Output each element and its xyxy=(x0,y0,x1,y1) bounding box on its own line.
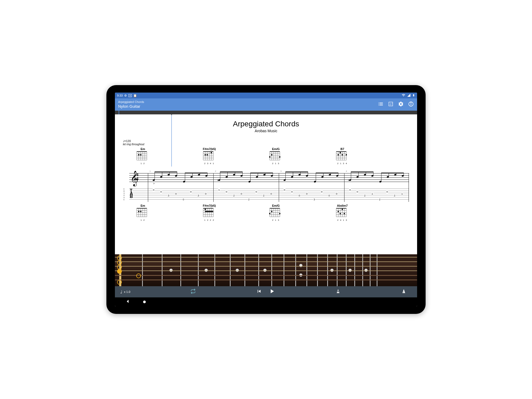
android-status-bar: 9:33 ⚙ A 📋 xyxy=(115,93,417,98)
countdown-icon[interactable]: 1 xyxy=(401,289,406,295)
svg-point-176 xyxy=(271,211,272,212)
barline xyxy=(148,173,148,202)
svg-rect-127 xyxy=(351,172,373,172)
open-string-ring xyxy=(117,265,122,269)
open-string-ring xyxy=(117,280,122,285)
svg-rect-162 xyxy=(205,211,213,212)
svg-rect-71 xyxy=(155,172,177,172)
metronome-icon[interactable] xyxy=(335,289,341,295)
battery-icon xyxy=(412,93,415,98)
svg-point-46 xyxy=(271,154,272,156)
open-string-ring xyxy=(117,260,122,265)
play-icon[interactable] xyxy=(268,288,275,296)
svg-rect-109 xyxy=(285,172,308,172)
svg-text:1: 1 xyxy=(403,291,404,293)
progress-handle[interactable] xyxy=(119,111,119,114)
fretboard-view[interactable] xyxy=(115,254,417,286)
svg-point-47 xyxy=(279,156,281,158)
svg-point-190 xyxy=(340,213,341,214)
tempo-marking: ♩=120 let ring throughout xyxy=(123,139,409,146)
chord-diagram: B7 2 1 3 4 xyxy=(336,147,349,165)
chord-diagram: Em 1 2 xyxy=(136,204,149,221)
playback-toolbar: ♩ x 1.0 1 xyxy=(115,286,417,297)
clock: 9:33 xyxy=(117,94,123,97)
svg-point-16 xyxy=(138,154,139,156)
text-icon: A xyxy=(128,94,131,97)
gear-icon: ⚙ xyxy=(124,94,127,97)
prev-icon[interactable] xyxy=(256,288,262,295)
song-title-small: Arpeggiated Chords xyxy=(118,100,144,104)
tempo-icon[interactable]: ♩ xyxy=(120,289,122,294)
app-toolbar: Arpeggiated Chords Nylon Guitar C⁷ xyxy=(115,98,417,111)
score-composer: Arobas Music xyxy=(123,129,409,133)
string-tuning-labels: EBGDAE xyxy=(123,188,125,201)
home-icon[interactable] xyxy=(143,301,146,303)
chord-diagram: Abdim7 2 4 1 3 xyxy=(336,204,349,221)
svg-point-33 xyxy=(211,152,212,153)
svg-point-61 xyxy=(342,154,343,156)
app-screen: 9:33 ⚙ A 📋 Arpeggiated Chords xyxy=(115,93,417,306)
clipboard-icon: 📋 xyxy=(133,94,137,97)
svg-point-62 xyxy=(346,154,347,156)
speed-label[interactable]: x 1.0 xyxy=(124,290,130,293)
chord-diagram: F#m7(b5) 1 2 2 2 xyxy=(203,204,216,221)
open-string-ring xyxy=(136,273,141,278)
loop-icon[interactable] xyxy=(190,289,196,295)
song-progress-bar[interactable] xyxy=(115,111,417,114)
score-title: Arpeggiated Chords xyxy=(123,120,409,128)
staff-lines xyxy=(129,173,409,184)
staff-system[interactable]: 𝄞 4 4 EBGDAE TAB xyxy=(123,168,409,202)
active-note-dot xyxy=(117,269,122,274)
svg-text:×: × xyxy=(205,151,206,151)
settings-icon[interactable] xyxy=(398,101,404,108)
signal-icon xyxy=(407,93,411,98)
svg-point-59 xyxy=(338,154,339,156)
svg-point-45 xyxy=(269,156,271,158)
barline xyxy=(344,173,344,202)
tablet-frame: 9:33 ⚙ A 📋 Arpeggiated Chords xyxy=(106,85,426,314)
svg-point-4 xyxy=(411,103,411,103)
wifi-icon xyxy=(402,93,405,98)
open-string-ring xyxy=(117,256,122,260)
tab-label: TAB xyxy=(130,189,132,198)
svg-point-31 xyxy=(205,154,206,156)
svg-text:C⁷: C⁷ xyxy=(390,103,393,106)
svg-point-150 xyxy=(140,211,142,212)
svg-point-192 xyxy=(344,213,345,214)
svg-point-17 xyxy=(140,154,142,156)
barline xyxy=(279,173,279,202)
chord-diagram: Em 1 2 xyxy=(136,147,149,165)
barline xyxy=(409,173,409,202)
track-name[interactable]: Nylon Guitar xyxy=(118,104,144,109)
back-icon[interactable] xyxy=(126,299,130,305)
svg-point-149 xyxy=(138,211,139,212)
svg-point-60 xyxy=(340,152,341,153)
svg-point-32 xyxy=(207,154,208,156)
tab-lines xyxy=(129,189,409,201)
android-nav-bar xyxy=(115,297,417,306)
playhead-cursor[interactable] xyxy=(171,114,172,167)
svg-point-191 xyxy=(342,209,343,210)
svg-text:×: × xyxy=(203,151,204,151)
chord-diagram: Em/G 2 1 3 xyxy=(269,204,282,221)
score-area[interactable]: Arpeggiated Chords Arobas Music ♩=120 le… xyxy=(115,114,417,254)
tracklist-icon[interactable] xyxy=(378,101,384,108)
chord-row-1: Em 1 2 F#m7(b5) ×× 2 3 4 1 Em/G 2 1 3 B7 xyxy=(123,147,409,165)
svg-point-177 xyxy=(279,213,281,214)
chord-library-icon[interactable]: C⁷ xyxy=(388,101,394,108)
chord-row-2: Em 1 2 F#m7(b5) 1 2 2 2 Em/G 2 1 3 Abdim… xyxy=(123,204,409,221)
svg-rect-90 xyxy=(220,172,243,172)
chord-diagram: F#m7(b5) ×× 2 3 4 1 xyxy=(203,147,216,165)
info-icon[interactable] xyxy=(408,101,414,108)
svg-point-175 xyxy=(269,213,271,214)
barline xyxy=(213,173,214,202)
svg-point-189 xyxy=(338,211,339,212)
svg-point-163 xyxy=(205,209,206,210)
chord-diagram: Em/G 2 1 3 xyxy=(269,147,282,165)
